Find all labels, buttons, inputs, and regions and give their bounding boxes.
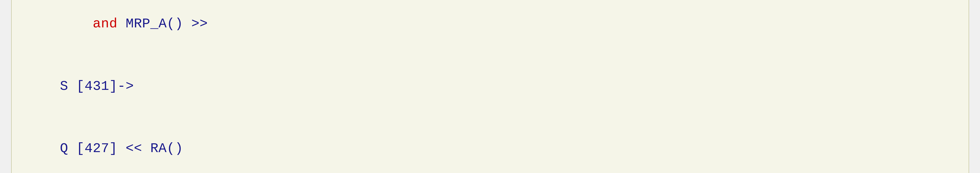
line3-and: and [93, 16, 117, 31]
line3-rest: MRP_A() >> [118, 16, 208, 31]
code-line-5: Q [427] << RA() [27, 118, 953, 173]
line5-text: Q [427] << RA() [60, 141, 183, 156]
code-line-3: and MRP_A() >> [27, 0, 953, 55]
line3-indent [60, 16, 93, 31]
line4-text: S [431]-> [60, 79, 134, 94]
code-line-4: S [431]-> [27, 55, 953, 118]
code-container: [serial 1014]: IoMTwin::Respiration_Moni… [11, 0, 969, 173]
